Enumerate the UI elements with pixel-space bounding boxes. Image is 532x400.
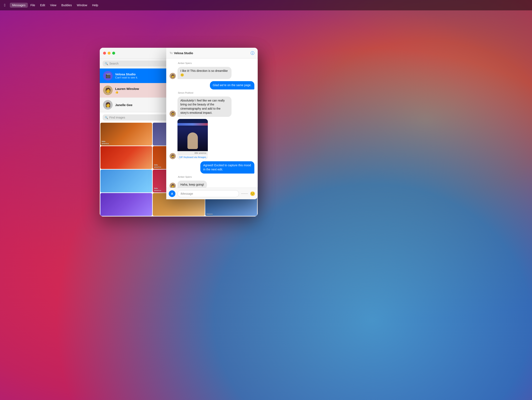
- gif-message: little america GIF Keyboard via #images: [177, 119, 208, 159]
- search-input[interactable]: Search: [109, 62, 119, 65]
- chat-messages: Amber Spiers 👩 I like it! This direction…: [166, 59, 258, 188]
- search-icon: 🔍: [105, 62, 108, 65]
- imessage-input[interactable]: iMessage: [177, 190, 239, 197]
- bubble-3: Absolutely! I feel like we can really br…: [177, 97, 232, 117]
- gif-cell-4[interactable]: [100, 146, 152, 169]
- desktop:  Messages File Edit View Buddies Window…: [0, 0, 532, 400]
- message-row-3: 🧔 Absolutely! I feel like we can really …: [170, 97, 254, 117]
- chat-to-name: Velosa Studio: [174, 51, 193, 55]
- msg-avatar-simon-gif: 🧔: [170, 153, 176, 159]
- sender-label-amber2: Amber Spiers: [170, 176, 254, 178]
- menubar-messages[interactable]: Messages: [10, 3, 28, 8]
- menubar-edit[interactable]: Edit: [38, 3, 48, 8]
- gif-search-icon: 🔍: [105, 116, 108, 119]
- sender-label-amber: Amber Spiers: [170, 62, 254, 64]
- maximize-button[interactable]: [112, 52, 115, 55]
- msg-avatar-amber2: 👩: [170, 183, 176, 188]
- avatar-lauren: 🧑: [103, 86, 113, 95]
- audio-icon[interactable]: ⏤⏤⏤: [241, 191, 248, 196]
- chat-panel: To: Velosa Studio ⓘ Amber Spiers 👩 I lik…: [166, 48, 258, 199]
- chat-header: To: Velosa Studio ⓘ: [166, 48, 258, 59]
- gif-cell-10[interactable]: [100, 193, 152, 216]
- chat-info-button[interactable]: ⓘ: [251, 51, 254, 56]
- msg-avatar-amber: 👩: [170, 73, 176, 79]
- emoji-icon[interactable]: 🙂: [250, 191, 255, 196]
- minimize-button[interactable]: [108, 52, 111, 55]
- bubble-2: Glad we're on the same page.: [210, 81, 254, 89]
- message-row-4: Agreed! Excited to capture this mood in …: [170, 161, 254, 173]
- wallpaper-layer4: [0, 0, 532, 400]
- menubar-buddies[interactable]: Buddies: [59, 3, 74, 8]
- message-row-2: Glad we're on the same page.: [170, 81, 254, 89]
- menubar-window[interactable]: Window: [74, 3, 90, 8]
- message-row-5: 👩 Haha, keep going!: [170, 181, 254, 188]
- menubar:  Messages File Edit View Buddies Window…: [0, 0, 532, 10]
- gif-cell-1[interactable]: littleamerica: [100, 123, 152, 146]
- bubble-1: I like it! This direction is so dreamlik…: [177, 67, 232, 79]
- gif-watermark: little america: [195, 152, 206, 154]
- gif-stage: [177, 119, 208, 151]
- conv-name-janelle: Janelle Gee: [115, 103, 132, 107]
- msg-avatar-simon: 🧔: [170, 111, 176, 117]
- apple-menu-icon[interactable]: : [4, 3, 6, 7]
- gif-cell-7[interactable]: [100, 170, 152, 192]
- avatar-janelle: 👩: [103, 100, 113, 110]
- bubble-4: Agreed! Excited to capture this mood in …: [200, 161, 254, 173]
- chat-to-label: To:: [170, 51, 173, 55]
- traffic-lights: [103, 52, 115, 55]
- menubar-help[interactable]: Help: [90, 3, 101, 8]
- bubble-5: Haha, keep going!: [177, 181, 207, 188]
- chat-input-bar: A iMessage ⏤⏤⏤ 🙂: [166, 188, 258, 199]
- message-row-gif: 🧔 little america: [170, 119, 254, 159]
- conv-name-velosa: Velosa Studio: [115, 73, 135, 76]
- sender-label-simon: Simon Pickford: [170, 92, 254, 94]
- input-avatar: A: [169, 190, 175, 197]
- menubar-view[interactable]: View: [48, 3, 59, 8]
- gif-keyboard-label: GIF Keyboard via #images: [177, 155, 208, 159]
- close-button[interactable]: [103, 52, 106, 55]
- message-row-1: 👩 I like it! This direction is so dreaml…: [170, 67, 254, 79]
- conv-name-lauren: Lauren Winslow: [115, 87, 139, 91]
- avatar-velosa: 🎬: [103, 71, 113, 80]
- gif-find-input[interactable]: Find images: [109, 116, 125, 119]
- menubar-file[interactable]: File: [28, 3, 38, 8]
